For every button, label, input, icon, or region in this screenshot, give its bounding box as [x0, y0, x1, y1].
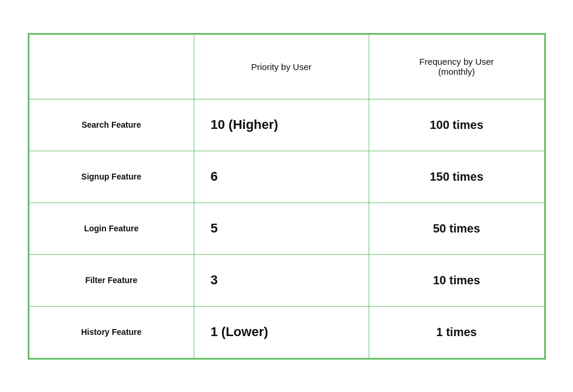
cell-priority-value: 6 [194, 151, 369, 202]
cell-feature-name: Login Feature [29, 202, 194, 254]
cell-priority-value: 3 [194, 254, 369, 306]
cell-priority-value: 5 [194, 202, 369, 254]
table-row: History Feature1 (Lower)1 times [29, 306, 544, 358]
table-row: Signup Feature6150 times [29, 151, 544, 202]
feature-priority-table: Priority by User Frequency by User(month… [29, 34, 545, 358]
cell-priority-value: 10 (Higher) [194, 99, 369, 151]
main-table-container: Priority by User Frequency by User(month… [28, 33, 546, 360]
header-priority: Priority by User [194, 34, 369, 99]
cell-frequency-value: 150 times [369, 151, 545, 202]
table-row: Filter Feature310 times [29, 254, 544, 306]
cell-priority-value: 1 (Lower) [194, 306, 369, 358]
cell-feature-name: Search Feature [29, 99, 194, 151]
cell-frequency-value: 50 times [369, 202, 545, 254]
cell-frequency-value: 10 times [369, 254, 545, 306]
header-frequency: Frequency by User(monthly) [369, 34, 545, 99]
cell-frequency-value: 1 times [369, 306, 545, 358]
header-feature [29, 34, 194, 99]
cell-feature-name: Signup Feature [29, 151, 194, 202]
cell-feature-name: Filter Feature [29, 254, 194, 306]
cell-feature-name: History Feature [29, 306, 194, 358]
table-row: Search Feature10 (Higher)100 times [29, 99, 544, 151]
table-row: Login Feature550 times [29, 202, 544, 254]
cell-frequency-value: 100 times [369, 99, 545, 151]
